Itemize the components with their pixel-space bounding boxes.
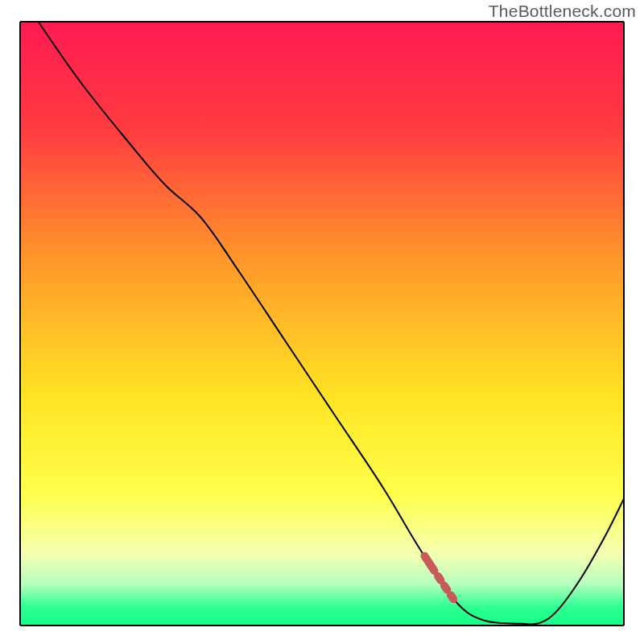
watermark-text: TheBottleneck.com — [489, 2, 636, 21]
chart-container: { "watermark": "TheBottleneck.com", "cha… — [0, 0, 644, 644]
gradient-background — [20, 22, 624, 625]
chart-svg — [0, 0, 644, 644]
